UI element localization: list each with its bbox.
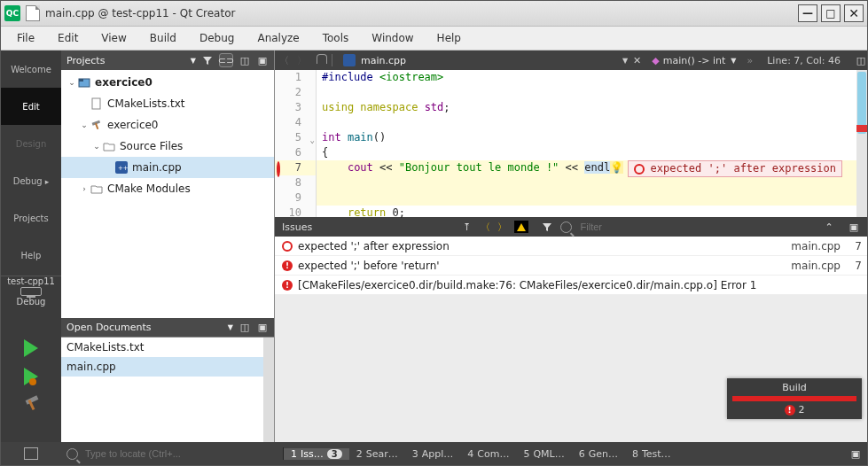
output-pane-6[interactable]: 6Gen… — [572, 448, 625, 460]
gutter-line[interactable]: 10 — [275, 206, 316, 221]
menu-analyze[interactable]: Analyze — [246, 29, 309, 47]
chevron-down-icon[interactable]: ▼ — [191, 57, 196, 65]
locator[interactable] — [61, 447, 284, 460]
tree-item[interactable]: CMakeLists.txt — [61, 93, 274, 114]
code-line[interactable] — [317, 85, 856, 100]
menu-help[interactable]: Help — [426, 29, 472, 47]
tree-item[interactable]: ++main.cpp — [61, 157, 274, 178]
close-pane-icon[interactable]: ▣ — [256, 322, 269, 334]
tree-item[interactable]: ⌄exercice0 — [61, 114, 274, 136]
editor-scrollbar[interactable] — [856, 70, 867, 217]
code-line[interactable]: #include <iostream> — [317, 70, 856, 85]
twist-icon[interactable]: ⌄ — [79, 120, 90, 129]
scroll-to-icon[interactable]: ⤒ — [461, 221, 473, 233]
code-editor[interactable]: 1234⌄5678910 #include <iostream>using na… — [275, 70, 867, 217]
build-progress-popup[interactable]: Build ! 2 — [727, 378, 862, 419]
error-marker-icon[interactable] — [856, 125, 867, 132]
run-button[interactable] — [24, 339, 38, 357]
tree-item[interactable]: ⌄Source Files — [61, 136, 274, 157]
output-pane-2[interactable]: 2Sear… — [349, 448, 405, 460]
symbol-selector[interactable]: ◆ main() -> int ▼ — [646, 55, 741, 66]
output-pane-1[interactable]: 1Iss…3 — [284, 448, 349, 460]
menu-view[interactable]: View — [90, 29, 137, 47]
open-doc-item[interactable]: main.cpp — [61, 357, 274, 377]
collapse-pane-icon[interactable]: ⌃ — [823, 221, 835, 233]
issue-row[interactable]: ![CMakeFiles/exercice0.dir/build.make:76… — [275, 276, 867, 295]
gutter-line[interactable]: 1 — [275, 70, 316, 85]
gutter-line[interactable]: ⌄5 — [275, 130, 316, 145]
code-line[interactable] — [317, 175, 856, 190]
build-button[interactable] — [23, 396, 39, 412]
output-pane-8[interactable]: 8Test… — [625, 448, 678, 460]
maximize-button[interactable]: □ — [821, 4, 841, 22]
nav-forward-button[interactable]: 〉 — [293, 54, 310, 67]
code-line[interactable] — [317, 115, 856, 130]
prev-issue-button[interactable]: 〈 — [481, 221, 490, 234]
issue-row[interactable]: expected ';' after expressionmain.cpp7 — [275, 237, 867, 256]
code-line[interactable] — [317, 190, 856, 206]
nav-symbol-next[interactable]: » — [741, 55, 758, 66]
close-pane-icon[interactable]: ▣ — [848, 221, 860, 233]
gutter-line[interactable]: 4 — [275, 115, 316, 130]
close-pane-icon[interactable]: ▣ — [256, 54, 269, 66]
mode-debug[interactable]: Debug ▸ — [1, 162, 61, 199]
menu-file[interactable]: File — [6, 29, 45, 47]
scrollbar[interactable] — [263, 338, 274, 442]
twist-icon[interactable]: ⌄ — [66, 78, 77, 87]
output-pane-4[interactable]: 4Com… — [460, 448, 516, 460]
code-line[interactable]: using namespace std; — [317, 100, 856, 115]
code-line[interactable]: int main() — [317, 130, 856, 145]
menu-edit[interactable]: Edit — [47, 29, 89, 47]
chevron-down-icon[interactable]: ▼ — [228, 323, 233, 331]
minimize-button[interactable]: — — [798, 4, 817, 22]
locator-input[interactable] — [83, 447, 278, 460]
menu-build[interactable]: Build — [139, 29, 187, 47]
filter-icon[interactable] — [201, 54, 214, 66]
gutter-line[interactable]: 2 — [275, 85, 316, 100]
close-button[interactable]: ✕ — [844, 4, 864, 22]
mode-welcome[interactable]: Welcome — [1, 50, 61, 88]
inline-error-annotation[interactable]: expected ';' after expression — [628, 160, 842, 177]
menu-debug[interactable]: Debug — [189, 29, 245, 47]
output-pane-5[interactable]: 5QML… — [516, 448, 571, 460]
link-icon[interactable]: ⊂⊃ — [219, 53, 233, 67]
next-issue-button[interactable]: 〉 — [497, 221, 507, 234]
gutter-line[interactable]: 6 — [275, 145, 316, 160]
menu-window[interactable]: Window — [361, 29, 424, 47]
output-pane-3[interactable]: 3Appl… — [405, 448, 461, 460]
kit-selector[interactable]: test-cpp11 Debug — [1, 276, 61, 307]
open-documents-list[interactable]: CMakeLists.txtmain.cpp — [61, 337, 274, 442]
toggle-sidebar-icon[interactable] — [24, 447, 38, 460]
twist-icon[interactable]: ⌄ — [91, 142, 102, 151]
mode-projects[interactable]: Projects — [1, 199, 61, 237]
warning-icon[interactable] — [514, 221, 528, 233]
tree-item[interactable]: ⌄exercice0 — [61, 72, 274, 93]
split-icon[interactable]: ◫ — [239, 54, 251, 66]
tree-item[interactable]: ›CMake Modules — [61, 178, 274, 199]
gutter-line[interactable]: 8 — [275, 175, 316, 190]
gutter-line[interactable]: 7 — [275, 160, 316, 175]
issues-filter-input[interactable] — [579, 221, 680, 233]
close-output-icon[interactable]: ▣ — [849, 447, 862, 460]
open-doc-item[interactable]: CMakeLists.txt — [61, 338, 274, 357]
twist-icon[interactable]: › — [79, 184, 90, 193]
issue-file: main.cpp — [761, 240, 841, 252]
editor-file-selector[interactable]: main.cpp — [336, 54, 413, 66]
debug-button[interactable] — [24, 368, 38, 385]
filter-icon[interactable] — [541, 221, 553, 233]
lock-icon[interactable] — [316, 54, 328, 66]
mode-help[interactable]: Help — [1, 237, 61, 274]
close-editor-button[interactable]: ✕ — [628, 55, 646, 66]
split-editor-icon[interactable]: ◫ — [855, 54, 867, 66]
code-line[interactable]: return 0; — [317, 206, 856, 221]
issue-row[interactable]: !expected ';' before 'return'main.cpp7 — [275, 256, 867, 276]
menu-tools[interactable]: Tools — [312, 29, 360, 47]
nav-back-button[interactable]: 〈 — [275, 54, 293, 67]
project-tree[interactable]: ⌄exercice0CMakeLists.txt⌄exercice0⌄Sourc… — [61, 70, 274, 318]
mode-edit[interactable]: Edit — [1, 88, 61, 125]
code-line[interactable]: { — [317, 145, 856, 160]
split-icon[interactable]: ◫ — [239, 322, 251, 334]
gutter-line[interactable]: 3 — [275, 100, 316, 115]
issues-list[interactable]: expected ';' after expressionmain.cpp7!e… — [275, 237, 867, 295]
gutter-line[interactable]: 9 — [275, 190, 316, 206]
